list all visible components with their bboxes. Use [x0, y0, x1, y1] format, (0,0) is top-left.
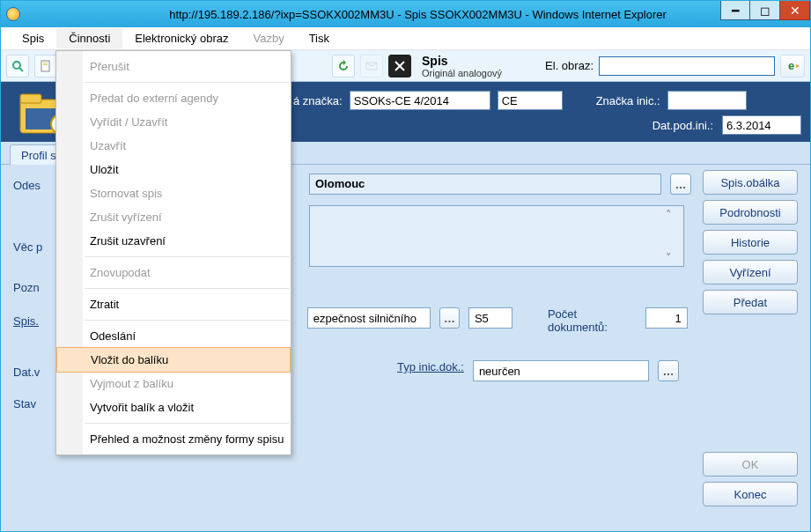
toolbar-refresh-button[interactable]: [332, 55, 355, 78]
menu-item-znovupodat[interactable]: Znovupodat: [56, 261, 291, 284]
maximize-button[interactable]: ◻: [750, 1, 780, 20]
app-window: http://195.189.2.186/?ixp=SSOKX002MM3U -…: [0, 0, 811, 532]
typ-inic-field[interactable]: [473, 360, 649, 381]
menu-item-zrusit-uzavreni[interactable]: Zrušit uzavření: [56, 229, 291, 253]
window-title: http://195.189.2.186/?ixp=SSOKX002MM3U -…: [26, 8, 810, 21]
e-green-icon: e: [785, 59, 800, 73]
menu-tisk[interactable]: Tisk: [297, 28, 342, 48]
toolbar-title-block: Spis Originál analogový: [422, 54, 502, 78]
svg-marker-6: [796, 64, 800, 68]
menu-separator: [85, 82, 289, 83]
pocet-dok-field[interactable]: [645, 307, 688, 329]
close-button[interactable]: ✕: [780, 1, 810, 20]
el-obraz-label: El. obraz:: [545, 59, 594, 72]
cinnosti-dropdown: Přerušit Předat do externí agendy Vyřídi…: [55, 50, 291, 455]
odes-field[interactable]: Olomouc: [309, 174, 661, 195]
odes-lookup-button[interactable]: …: [670, 174, 691, 195]
menu-item-vyridit-uzavrit[interactable]: Vyřídit / Uzavřít: [56, 110, 291, 134]
refresh-icon: [336, 59, 350, 73]
chevron-up-icon[interactable]: ˄: [666, 208, 682, 221]
menubar: Spis Činnosti Elektronický obraz Vazby T…: [1, 27, 810, 50]
toolbar-doc-button[interactable]: [34, 55, 57, 78]
svg-line-1: [19, 68, 23, 71]
x-icon: [393, 59, 407, 73]
svg-rect-4: [43, 64, 48, 65]
menu-separator: [85, 423, 289, 424]
ie-icon: [6, 7, 20, 21]
menu-item-vytvorit-balik[interactable]: Vytvořit balík a vložit: [56, 395, 291, 419]
menu-item-odeslani[interactable]: Odeslání: [56, 324, 291, 348]
el-obraz-input[interactable]: [599, 56, 775, 76]
typ-inic-lookup-button[interactable]: …: [658, 360, 679, 381]
spis-s5-field[interactable]: [468, 307, 512, 329]
titlebar: http://195.189.2.186/?ixp=SSOKX002MM3U -…: [1, 1, 810, 27]
document-icon: [39, 59, 53, 73]
spis-obalka-button[interactable]: Spis.obálka: [703, 170, 798, 195]
podrobnosti-button[interactable]: Podrobnosti: [703, 200, 798, 225]
spis-lookup-button[interactable]: …: [439, 307, 460, 329]
menu-item-ulozit[interactable]: Uložit: [56, 158, 291, 181]
menu-item-vlozit-do-baliku[interactable]: Vložit do balíku: [56, 347, 291, 373]
mail-icon: [365, 59, 379, 73]
menu-separator: [85, 288, 289, 289]
menu-el-obraz[interactable]: Elektronický obraz: [122, 28, 240, 48]
minimize-button[interactable]: ━: [720, 1, 750, 20]
ok-button[interactable]: OK: [703, 452, 798, 477]
dat-pod-ini-label: Dat.pod.ini.:: [652, 119, 713, 132]
menu-item-predat-ext[interactable]: Předat do externí agendy: [56, 86, 291, 110]
toolbar-e-button[interactable]: e: [780, 55, 805, 78]
toolbar-search-button[interactable]: [6, 55, 29, 78]
vyrizeni-button[interactable]: Vyřízení: [703, 260, 798, 284]
historie-button[interactable]: Historie: [703, 230, 798, 255]
znacka-inic-label: Značka inic.:: [596, 94, 660, 107]
typ-inic-label[interactable]: Typ inic.dok.:: [397, 360, 464, 373]
svg-rect-2: [41, 61, 49, 71]
menu-spis[interactable]: Spis: [10, 28, 56, 48]
menu-separator: [85, 256, 289, 257]
menu-item-ztratit[interactable]: Ztratit: [56, 292, 291, 316]
predat-button[interactable]: Předat: [703, 290, 798, 314]
znacka-inic-input[interactable]: [667, 91, 747, 110]
menu-item-prehled-formy[interactable]: Přehled a možnost změny formy spisu: [56, 427, 291, 451]
pocet-dok-label: Počet dokumentů:: [548, 307, 637, 334]
menu-separator: [85, 320, 289, 321]
svg-rect-8: [20, 94, 41, 103]
menu-item-vyjmout-z-baliku[interactable]: Vyjmout z balíku: [56, 372, 291, 395]
menu-vazby[interactable]: Vazby: [240, 28, 296, 48]
znacka-label: á značka:: [293, 94, 343, 107]
dat-pod-ini-input[interactable]: [722, 115, 801, 135]
znacka-input[interactable]: [350, 91, 490, 110]
svg-text:e: e: [788, 59, 794, 72]
search-icon: [11, 59, 25, 73]
menu-item-stornovat[interactable]: Stornovat spis: [56, 181, 291, 205]
toolbar-title: Spis: [422, 54, 502, 68]
toolbar-subtitle: Originál analogový: [422, 68, 502, 78]
chevron-down-icon[interactable]: ˅: [666, 251, 682, 264]
menu-cinnosti[interactable]: Činnosti: [56, 28, 122, 48]
spis-field1[interactable]: [307, 307, 431, 329]
menu-item-prerusit[interactable]: Přerušit: [56, 55, 291, 78]
konec-button[interactable]: Konec: [703, 482, 798, 506]
vec-textarea[interactable]: ˄ ˅: [309, 205, 684, 267]
toolbar-mail-button[interactable]: [360, 55, 383, 78]
toolbar-x-button[interactable]: [388, 55, 411, 78]
svg-rect-3: [43, 63, 48, 63]
vec-scrollbar[interactable]: ˄ ˅: [666, 208, 682, 264]
spis-link[interactable]: Spis.: [13, 314, 61, 328]
ce-input[interactable]: [498, 91, 563, 110]
menu-item-zrusit-vyrizeni[interactable]: Zrušit vyřízení: [56, 205, 291, 229]
svg-point-0: [13, 62, 20, 69]
menu-item-uzavrit[interactable]: Uzavřít: [56, 134, 291, 158]
